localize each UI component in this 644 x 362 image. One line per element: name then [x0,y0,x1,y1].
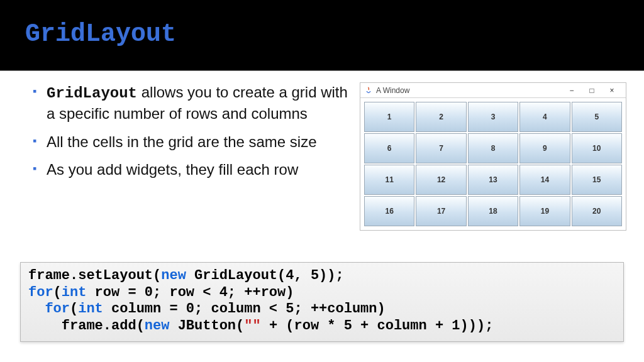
maximize-button[interactable]: □ [582,84,602,97]
bullet-text: As you add widgets, they fill each row [47,161,298,178]
window-title: A Window [376,86,562,95]
bullet-item: GridLayout allows you to create a grid w… [33,82,348,124]
code-text: + (row * 5 + column + 1))); [261,318,494,334]
code-text: frame.setLayout( [28,268,161,283]
code-string: "" [244,318,260,334]
grid-button[interactable]: 15 [572,165,622,195]
grid-button[interactable]: 17 [416,196,466,226]
content-area: GridLayout allows you to create a grid w… [0,71,644,231]
slide-title: GridLayout [25,20,619,48]
grid-button[interactable]: 9 [519,133,570,163]
grid-button[interactable]: 11 [364,165,414,195]
code-text: JButton( [169,318,244,334]
grid-button[interactable]: 4 [519,102,570,132]
code-keyword: int [62,285,87,300]
code-keyword: new [145,318,170,334]
close-button[interactable]: × [602,84,622,97]
grid-button[interactable]: 14 [519,165,570,195]
window-titlebar: A Window − □ × [360,83,626,98]
code-text: frame.add( [28,318,145,334]
code-keyword: new [161,268,186,283]
code-text: GridLayout(4, 5)); [186,268,344,283]
code-keyword: for [45,301,70,317]
bullet-strong: GridLayout [47,85,137,102]
window-client-area: 1234567891011121314151617181920 [360,98,626,230]
bullet-item: All the cells in the grid are the same s… [33,132,348,152]
window-controls: − □ × [562,84,622,97]
code-block: frame.setLayout(new GridLayout(4, 5)); f… [20,262,624,342]
grid-button[interactable]: 1 [364,102,414,132]
grid-button[interactable]: 8 [468,133,518,163]
grid-button[interactable]: 3 [468,102,518,132]
title-bar: GridLayout [0,0,644,70]
grid-button[interactable]: 2 [416,102,466,132]
code-text: row = 0; row < 4; ++row) [86,285,294,300]
code-text: column = 0; column < 5; ++column) [103,301,386,317]
grid-button[interactable]: 10 [572,133,622,163]
code-text: ( [70,301,78,317]
grid-button[interactable]: 5 [572,102,622,132]
grid-button[interactable]: 12 [416,165,466,195]
example-window: A Window − □ × 1234567891011121314151617… [360,82,626,231]
minimize-button[interactable]: − [562,84,582,97]
bullet-list: GridLayout allows you to create a grid w… [33,82,348,231]
slide: GridLayout GridLayout allows you to crea… [0,0,644,362]
grid-layout: 1234567891011121314151617181920 [364,102,622,226]
bullet-item: As you add widgets, they fill each row [33,160,348,180]
code-keyword: for [28,285,53,300]
java-icon [364,86,373,95]
code-keyword: int [78,301,103,317]
code-text: ( [53,285,62,300]
grid-button[interactable]: 19 [519,196,570,226]
bullet-text: All the cells in the grid are the same s… [47,133,317,150]
grid-button[interactable]: 20 [572,196,622,226]
grid-button[interactable]: 6 [364,133,414,163]
grid-button[interactable]: 18 [468,196,518,226]
grid-button[interactable]: 7 [416,133,466,163]
grid-button[interactable]: 16 [364,196,414,226]
grid-button[interactable]: 13 [468,165,518,195]
